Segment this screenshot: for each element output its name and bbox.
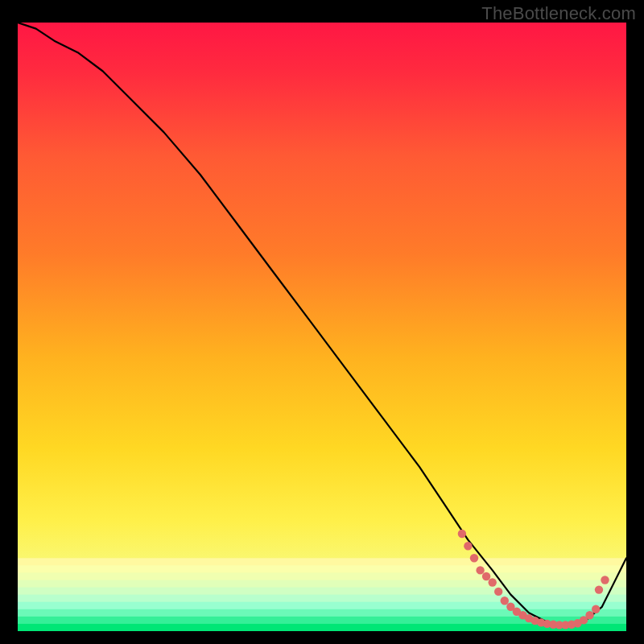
svg-point-33 (592, 605, 600, 613)
svg-point-18 (501, 597, 509, 605)
svg-rect-7 (18, 602, 626, 610)
watermark-text: TheBottleneck.com (481, 3, 636, 24)
svg-point-17 (494, 588, 502, 596)
svg-rect-0 (18, 23, 626, 631)
svg-rect-6 (18, 595, 626, 603)
svg-point-14 (476, 566, 484, 574)
svg-point-12 (464, 542, 472, 550)
svg-point-15 (482, 572, 490, 580)
svg-rect-3 (18, 572, 626, 580)
svg-point-13 (470, 554, 478, 562)
svg-rect-4 (18, 580, 626, 588)
bottleneck-chart (18, 23, 626, 631)
svg-rect-1 (18, 558, 626, 566)
svg-point-35 (601, 576, 609, 584)
svg-point-32 (585, 611, 593, 619)
svg-rect-2 (18, 565, 626, 573)
plot-area (18, 23, 626, 631)
svg-rect-5 (18, 588, 626, 596)
svg-point-16 (489, 578, 497, 586)
svg-point-11 (458, 530, 466, 538)
svg-point-34 (595, 585, 603, 593)
chart-container: TheBottleneck.com (0, 0, 644, 644)
